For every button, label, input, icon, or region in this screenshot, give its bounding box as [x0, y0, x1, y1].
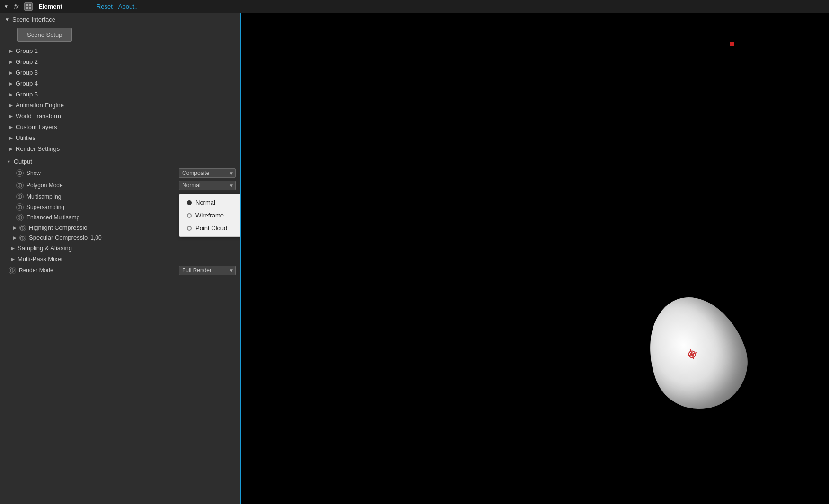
render-mode-property-row: Render Mode Full Render Draft Wireframe …: [7, 264, 236, 277]
specular-compression-prop-icon: [19, 235, 26, 241]
animation-engine-label: Animation Engine: [16, 102, 64, 109]
group1-arrow: ▶: [9, 49, 13, 53]
group2-item[interactable]: ▶ Group 2: [0, 56, 240, 67]
sampling-aliasing-item[interactable]: ▶ Sampling & Aliasing: [7, 243, 236, 253]
custom-layers-arrow: ▶: [9, 125, 13, 130]
group3-label: Group 3: [16, 69, 38, 76]
show-dropdown[interactable]: Composite Diffuse Specular: [179, 168, 236, 178]
polygon-mode-popup: Normal Wireframe Point Cloud: [179, 194, 241, 237]
3d-object-container: [649, 296, 744, 409]
main-area: ▼ Scene Interface Scene Setup ▶ Group 1 …: [0, 13, 829, 504]
output-label: Output: [14, 158, 32, 165]
popup-wireframe-item[interactable]: Wireframe: [179, 209, 241, 222]
polygon-mode-property-row: Polygon Mode Normal Wireframe Point Clou…: [7, 179, 236, 191]
animation-engine-item[interactable]: ▶ Animation Engine: [0, 100, 240, 111]
svg-rect-2: [26, 7, 28, 9]
svg-rect-3: [29, 7, 31, 9]
svg-rect-1: [29, 4, 31, 6]
popup-normal-item[interactable]: Normal: [179, 196, 241, 209]
3d-egg-object: [633, 283, 760, 422]
render-settings-arrow: ▶: [9, 147, 13, 151]
show-dropdown-wrapper: Composite Diffuse Specular ▼: [179, 168, 236, 178]
polygon-mode-dropdown-wrapper: Normal Wireframe Point Cloud ▼ Normal: [179, 181, 236, 190]
polygon-mode-prop-icon: [16, 182, 24, 189]
top-bar: ▼ fx Element Reset About..: [0, 0, 829, 13]
group5-arrow: ▶: [9, 92, 13, 97]
reset-button[interactable]: Reset: [97, 3, 113, 10]
world-transform-label: World Transform: [16, 113, 61, 120]
render-mode-prop-icon: [9, 267, 16, 274]
group5-item[interactable]: ▶ Group 5: [0, 89, 240, 100]
group4-label: Group 4: [16, 80, 38, 87]
polygon-mode-prop-label: Polygon Mode: [26, 182, 179, 189]
render-mode-dropdown[interactable]: Full Render Draft Wireframe: [179, 266, 236, 275]
specular-compression-label: Specular Compressio: [29, 234, 88, 241]
enhanced-multisamp-prop-icon: [16, 214, 24, 221]
element-icon: [24, 2, 33, 11]
popup-wireframe-radio: [187, 213, 192, 218]
show-prop-label: Show: [26, 170, 179, 176]
fx-label: fx: [14, 3, 18, 10]
crosshair-container: [685, 347, 699, 362]
popup-normal-label: Normal: [195, 199, 215, 206]
popup-normal-radio: [187, 200, 192, 205]
svg-rect-0: [26, 4, 28, 6]
utilities-label: Utilities: [16, 134, 35, 141]
group1-label: Group 1: [16, 47, 38, 54]
popup-pointcloud-radio: [187, 226, 192, 231]
scene-setup-area: Scene Setup: [0, 26, 240, 45]
world-transform-item[interactable]: ▶ World Transform: [0, 111, 240, 122]
scene-interface-label: Scene Interface: [12, 16, 55, 23]
render-mode-prop-label: Render Mode: [19, 267, 179, 274]
polygon-mode-dropdown[interactable]: Normal Wireframe Point Cloud: [179, 181, 236, 190]
crosshair: [685, 347, 699, 362]
viewport[interactable]: [241, 13, 829, 504]
group4-item[interactable]: ▶ Group 4: [0, 78, 240, 89]
multipass-mixer-item[interactable]: ▶ Multi-Pass Mixer: [7, 253, 236, 264]
red-indicator: [730, 42, 734, 46]
multipass-mixer-arrow: ▶: [11, 257, 15, 261]
scene-interface-arrow: ▼: [5, 17, 9, 22]
group2-arrow: ▶: [9, 60, 13, 64]
expand-arrow: ▼: [4, 4, 9, 9]
supersampling-prop-icon: [16, 203, 24, 211]
popup-wireframe-label: Wireframe: [195, 212, 224, 219]
render-mode-dropdown-wrapper: Full Render Draft Wireframe ▼: [179, 266, 236, 275]
popup-pointcloud-label: Point Cloud: [195, 225, 227, 232]
render-settings-label: Render Settings: [16, 145, 60, 152]
utilities-arrow: ▶: [9, 136, 13, 140]
sampling-aliasing-arrow: ▶: [11, 246, 15, 251]
group4-arrow: ▶: [9, 81, 13, 86]
output-arrow: ▼: [7, 159, 11, 164]
element-label: Element: [38, 3, 62, 10]
sampling-aliasing-label: Sampling & Aliasing: [18, 244, 72, 252]
highlight-compression-label: Highlight Compressio: [29, 224, 88, 231]
scene-setup-button[interactable]: Scene Setup: [17, 28, 72, 42]
render-settings-item[interactable]: ▶ Render Settings: [0, 143, 240, 154]
utilities-item[interactable]: ▶ Utilities: [0, 132, 240, 143]
left-panel: ▼ Scene Interface Scene Setup ▶ Group 1 …: [0, 13, 241, 504]
show-property-row: Show Composite Diffuse Specular ▼: [7, 167, 236, 179]
group1-item[interactable]: ▶ Group 1: [0, 45, 240, 56]
multipass-mixer-label: Multi-Pass Mixer: [18, 255, 63, 262]
popup-pointcloud-item[interactable]: Point Cloud: [179, 222, 241, 235]
group2-label: Group 2: [16, 58, 38, 65]
specular-compression-value: 1,00: [90, 235, 101, 241]
highlight-compression-arrow: ▶: [13, 226, 17, 230]
output-section: ▼ Output Show Composite Diffuse Specular: [0, 154, 240, 278]
world-transform-arrow: ▶: [9, 114, 13, 119]
scene-interface-header[interactable]: ▼ Scene Interface: [0, 13, 240, 26]
group3-arrow: ▶: [9, 70, 13, 75]
custom-layers-item[interactable]: ▶ Custom Layers: [0, 122, 240, 132]
specular-compression-arrow: ▶: [13, 235, 17, 240]
group3-item[interactable]: ▶ Group 3: [0, 67, 240, 78]
about-button[interactable]: About..: [118, 3, 138, 10]
output-header[interactable]: ▼ Output: [7, 156, 236, 167]
custom-layers-label: Custom Layers: [16, 123, 57, 130]
highlight-compression-prop-icon: [19, 225, 26, 231]
multisampling-prop-icon: [16, 193, 24, 200]
animation-engine-arrow: ▶: [9, 103, 13, 108]
group5-label: Group 5: [16, 91, 38, 98]
show-prop-icon: [16, 169, 24, 177]
